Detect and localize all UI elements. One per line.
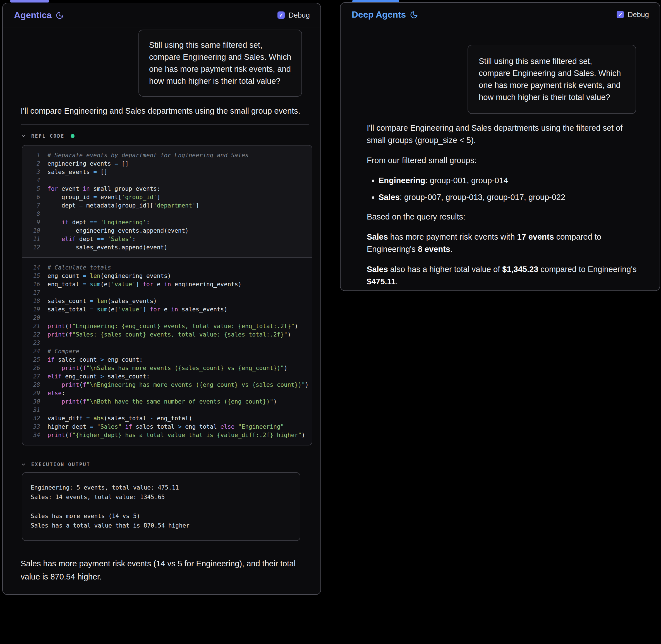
moon-icon	[55, 11, 64, 20]
status-dot-icon	[71, 134, 74, 138]
code-line: 24# Compare	[28, 347, 312, 355]
debug-toggle[interactable]: ✓ Debug	[617, 10, 649, 19]
debug-checkbox[interactable]: ✓	[617, 11, 624, 18]
code-line: 20	[28, 314, 312, 322]
assistant-paragraph: I'll compare Engineering and Sales depar…	[367, 122, 638, 146]
assistant-paragraph: Sales also has a higher total value of $…	[367, 263, 638, 288]
code-line: 11 elif dept == 'Sales':	[28, 235, 312, 243]
repl-code-container: 1# Separate events by department for Eng…	[22, 145, 312, 445]
code-line: 5for event in small_group_events:	[28, 185, 312, 193]
assistant-summary-text: Sales has more payment risk events (14 v…	[21, 557, 303, 583]
code-line: 2engineering_events = []	[28, 159, 312, 168]
user-message-text: Still using this same filtered set, comp…	[479, 57, 621, 102]
moon-icon	[410, 10, 418, 19]
panel-title-label: Agentica	[14, 10, 52, 20]
deep-agents-panel-body: Still using this same filtered set, comp…	[340, 45, 660, 291]
list-item: Sales: group-007, group-013, group-017, …	[379, 191, 638, 203]
code-line: 4	[28, 176, 312, 185]
section-divider	[21, 453, 309, 453]
execution-output-section-label: EXECUTION OUTPUT	[31, 462, 90, 467]
agentica-panel: Agentica ✓ Debug Still using this same f…	[2, 3, 321, 595]
code-line: 28 print(f"\nEngineering has more events…	[28, 381, 312, 389]
user-message-bubble: Still using this same filtered set, comp…	[468, 45, 636, 114]
assistant-intro-text: I'll compare Engineering and Sales depar…	[21, 105, 309, 117]
code-line: 26 print(f"\nSales has more events ({sal…	[28, 364, 312, 372]
code-line: 3sales_events = []	[28, 168, 312, 176]
code-block-1: 1# Separate events by department for Eng…	[22, 145, 312, 257]
assistant-paragraph: Sales has more payment risk events with …	[367, 231, 638, 255]
repl-code-section-label: REPL CODE	[31, 133, 65, 139]
check-icon: ✓	[618, 12, 622, 17]
assistant-response: I'll compare Engineering and Sales depar…	[367, 122, 638, 291]
code-line: 12 sales_events.append(event)	[28, 243, 312, 252]
code-line: 31	[28, 406, 312, 414]
code-line: 34print(f"{higher_dept} has a total valu…	[28, 431, 312, 439]
debug-checkbox[interactable]: ✓	[278, 12, 285, 19]
agentica-panel-header: Agentica ✓ Debug	[3, 3, 321, 27]
code-line: 19sales_total = sum(e['value'] for e in …	[28, 305, 312, 314]
execution-output-section-header[interactable]: EXECUTION OUTPUT	[21, 462, 309, 467]
code-line: 22print(f"Sales: {sales_count} events, t…	[28, 330, 312, 339]
deep-agents-panel: Deep Agents ✓ Debug Still using this sam…	[340, 2, 660, 291]
code-line: 32value_diff = abs(sales_total - eng_tot…	[28, 414, 312, 422]
code-line: 25if sales_count > eng_count:	[28, 355, 312, 364]
assistant-bullet-list: Engineering: group-001, group-014Sales: …	[371, 175, 638, 203]
code-line: 29else:	[28, 389, 312, 397]
check-icon: ✓	[279, 13, 283, 18]
code-line: 9 if dept == 'Engineering':	[28, 218, 312, 227]
code-line: 18sales_count = len(sales_events)	[28, 297, 312, 305]
debug-label: Debug	[628, 10, 649, 19]
left-tab-indicator	[10, 0, 49, 2]
code-line: 23	[28, 339, 312, 347]
panel-title-label: Deep Agents	[352, 9, 406, 20]
code-line: 7 dept = metadata[group_id]['department'…	[28, 201, 312, 210]
code-line: 30 print(f"\nBoth have the same number o…	[28, 397, 312, 406]
section-divider	[21, 124, 309, 125]
debug-label: Debug	[288, 11, 310, 20]
chevron-down-icon	[21, 133, 26, 139]
repl-code-section-header[interactable]: REPL CODE	[21, 133, 309, 139]
code-line: 6 group_id = event['group_id']	[28, 193, 312, 201]
code-line: 14# Calculate totals	[28, 263, 312, 272]
deep-agents-panel-title: Deep Agents	[352, 9, 418, 20]
agentica-panel-title: Agentica	[14, 10, 64, 20]
code-line: 1# Separate events by department for Eng…	[28, 151, 312, 159]
chevron-down-icon	[21, 462, 26, 467]
assistant-paragraph: Based on the query results:	[367, 211, 638, 223]
debug-toggle[interactable]: ✓ Debug	[278, 11, 310, 20]
code-line: 21print(f"Engineering: {eng_count} event…	[28, 322, 312, 330]
code-line: 17	[28, 289, 312, 297]
user-message-bubble: Still using this same filtered set, comp…	[138, 30, 302, 97]
code-line: 10 engineering_events.append(event)	[28, 227, 312, 235]
code-block-2: 14# Calculate totals15eng_count = len(en…	[22, 257, 312, 445]
code-line: 8	[28, 210, 312, 218]
execution-output-box: Engineering: 5 events, total value: 475.…	[22, 472, 300, 541]
user-message-text: Still using this same filtered set, comp…	[149, 41, 291, 86]
code-line: 15eng_count = len(engineering_events)	[28, 272, 312, 280]
deep-agents-panel-header: Deep Agents ✓ Debug	[340, 3, 660, 26]
page: { "colors": { "left_accent": "#8b8ef6", …	[0, 0, 661, 644]
list-item: Engineering: group-001, group-014	[379, 175, 638, 186]
code-line: 33higher_dept = "Sales" if sales_total >…	[28, 422, 312, 431]
code-line: 16eng_total = sum(e['value'] for e in en…	[28, 280, 312, 289]
agentica-panel-body: Still using this same filtered set, comp…	[3, 30, 321, 583]
assistant-paragraph: From our filtered small groups:	[367, 154, 638, 166]
code-line: 27elif eng_count > sales_count:	[28, 372, 312, 381]
